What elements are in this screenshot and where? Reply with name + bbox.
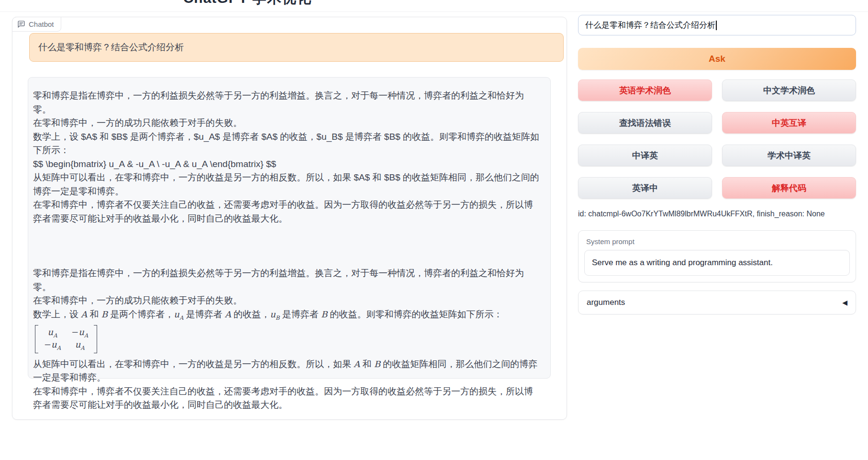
chatbot-panel-label: Chatbot — [12, 17, 61, 32]
accordion-collapse-icon[interactable]: ◀ — [842, 299, 847, 306]
btn-academic-zh-to-en[interactable]: 学术中译英 — [722, 145, 856, 166]
user-message-text: 什么是零和博弈？结合公式介绍分析 — [38, 41, 555, 55]
bot-text-line: 零和博弈是指在博弈中，一方的利益损失必然等于另一方的利益增益。换言之，对于每一种… — [33, 89, 541, 116]
bot-text-line-math: 从矩阵中可以看出，在零和博弈中，一方的收益是另一方的相反数。所以，如果 A 和 … — [33, 358, 541, 385]
btn-chinese-academic-polish[interactable]: 中文学术润色 — [722, 79, 856, 101]
btn-zh-en-mutual-translate[interactable]: 中英互译 — [722, 112, 856, 134]
bot-raw-block: 零和博弈是指在博弈中，一方的利益损失必然等于另一方的利益增益。换言之，对于每一种… — [33, 89, 541, 225]
top-header: ChatGPT 学术优化 — [0, 0, 868, 12]
bot-text-line: 在零和博弈中，一方的成功只能依赖于对手的失败。 — [33, 116, 541, 130]
system-prompt-card: System prompt Serve me as a writing and … — [578, 230, 856, 282]
app-root: ChatGPT 学术优化 Chatbot 什么是零和博弈？结合公式介绍分析 零和… — [0, 0, 868, 460]
bot-message-bubble: 零和博弈是指在博弈中，一方的利益损失必然等于另一方的利益增益。换言之，对于每一种… — [28, 77, 551, 379]
page-title: ChatGPT 学术优化 — [0, 0, 495, 8]
bot-text-line: 零和博弈是指在博弈中，一方的利益损失必然等于另一方的利益增益。换言之，对于每一种… — [33, 267, 541, 294]
payoff-matrix: uA −uA −uA uA — [35, 325, 97, 353]
chat-bubble-icon — [17, 20, 25, 28]
bot-text-line: 在零和博弈中，博弈者不仅要关注自己的收益，还需要考虑对手的收益。因为一方取得的收… — [33, 385, 541, 412]
bot-rendered-block: 零和博弈是指在博弈中，一方的利益损失必然等于另一方的利益增益。换言之，对于每一种… — [33, 267, 541, 412]
bot-text-line: 从矩阵中可以看出，在零和博弈中，一方的收益是另一方的相反数。所以，如果 $A$ … — [33, 171, 541, 198]
matrix-cell: −uA — [71, 327, 88, 339]
btn-english-to-chinese[interactable]: 英译中 — [578, 177, 712, 199]
arguments-accordion[interactable]: arguments ◀ — [578, 291, 856, 314]
btn-find-grammar-errors[interactable]: 查找语法错误 — [578, 112, 712, 134]
btn-chinese-to-english[interactable]: 中译英 — [578, 145, 712, 166]
bot-text-line: 在零和博弈中，一方的成功只能依赖于对手的失败。 — [33, 294, 541, 308]
system-prompt-label: System prompt — [586, 237, 850, 246]
arguments-accordion-label: arguments — [587, 298, 625, 307]
question-input[interactable]: 什么是零和博弈？结合公式介绍分析 — [578, 15, 856, 35]
ask-button[interactable]: Ask — [578, 48, 856, 70]
bot-text-line: 在零和博弈中，博弈者不仅要关注自己的收益，还需要考虑对手的收益。因为一方取得的收… — [33, 198, 541, 225]
system-prompt-input[interactable]: Serve me as a writing and programming as… — [584, 250, 850, 276]
matrix-cell: uA — [44, 327, 61, 339]
btn-explain-code[interactable]: 解释代码 — [722, 177, 856, 199]
chatbot-panel-label-text: Chatbot — [29, 20, 54, 28]
question-input-value: 什么是零和博弈？结合公式介绍分析 — [585, 20, 715, 31]
matrix-cell: uA — [71, 339, 88, 351]
bot-text-line-math: 数学上，设 A 和 B 是两个博弈者，uA 是博弈者 A 的收益，uB 是博弈者… — [33, 308, 541, 322]
text-caret — [716, 21, 717, 30]
bot-text-line: 数学上，设 $A$ 和 $B$ 是两个博弈者，$u_A$ 是博弈者 $A$ 的收… — [33, 130, 541, 157]
chatbot-panel[interactable]: Chatbot 什么是零和博弈？结合公式介绍分析 零和博弈是指在博弈中，一方的利… — [12, 17, 567, 420]
function-button-grid: 英语学术润色 中文学术润色 查找语法错误 中英互译 中译英 学术中译英 英译中 … — [578, 79, 856, 199]
btn-english-academic-polish[interactable]: 英语学术润色 — [578, 79, 712, 101]
matrix-right-bracket — [94, 325, 97, 353]
system-prompt-value: Serve me as a writing and programming as… — [592, 258, 773, 268]
user-message-bubble: 什么是零和博弈？结合公式介绍分析 — [29, 33, 564, 62]
matrix-cell: −uA — [44, 339, 61, 351]
matrix-left-bracket — [35, 325, 38, 353]
bot-latex-line: $$ \begin{bmatrix} u_A & -u_A \ -u_A & u… — [33, 157, 541, 171]
block-gap — [33, 225, 541, 267]
response-status: id: chatcmpl-6wOo7KrYTwMl89lbrMWRu4UkFFX… — [578, 210, 856, 218]
